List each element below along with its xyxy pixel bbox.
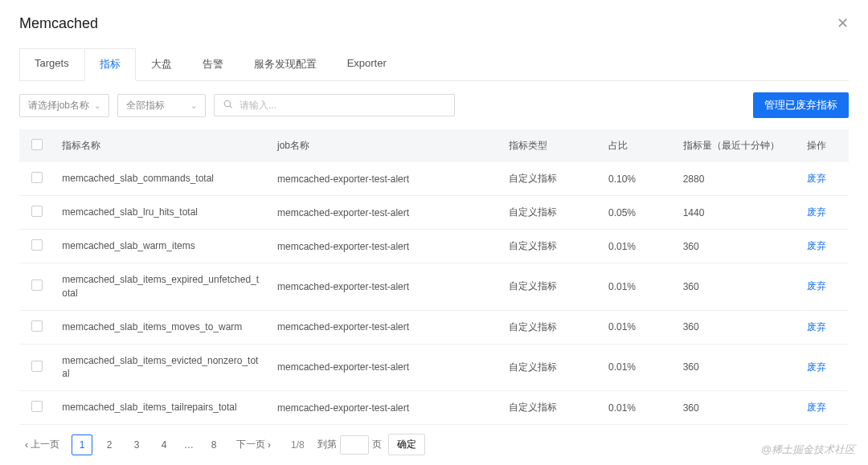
tab-alert[interactable]: 告警 [187,48,239,80]
col-header-action: 操作 [799,129,849,162]
deprecate-link[interactable]: 废弃 [807,321,826,332]
jump-page-input[interactable] [340,435,369,455]
next-page-button[interactable]: 下一页 › [231,434,276,455]
metric-type: 自定义指标 [501,344,600,391]
col-header-type: 指标类型 [501,129,600,162]
job-select-label: 请选择job名称 [28,99,89,112]
job-name: memcached-exporter-test-alert [269,310,501,344]
page-4[interactable]: 4 [154,434,174,455]
page-info: 1/8 [291,439,305,451]
table-row: memcached_slab_commands_total memcached-… [19,162,849,196]
type-select[interactable]: 全部指标 ⌄ [117,94,206,117]
job-name: memcached-exporter-test-alert [269,196,501,230]
metric-amount: 2880 [675,162,799,196]
prev-page-button[interactable]: ‹ 上一页 [19,434,65,455]
metric-type: 自定义指标 [501,162,600,196]
metric-amount: 360 [675,263,799,311]
metric-name: memcached_slab_items_tailrepairs_total [62,401,261,414]
tab-exporter[interactable]: Exporter [332,48,402,80]
chevron-down-icon: ⌄ [94,101,100,110]
job-select[interactable]: 请选择job名称 ⌄ [19,94,109,117]
metric-amount: 360 [675,391,799,425]
row-checkbox[interactable] [31,361,43,372]
deprecate-link[interactable]: 废弃 [807,280,826,292]
metric-name: memcached_slab_items_evicted_nonzero_tot… [62,354,261,381]
metric-name: memcached_slab_commands_total [62,172,261,186]
metric-name: memcached_slab_items_expired_unfetched_t… [62,273,261,300]
chevron-down-icon: ⌄ [190,101,197,110]
table-row: memcached_slab_items_tailrepairs_total m… [19,391,849,425]
search-box[interactable] [214,94,455,116]
jump-label: 到第 [317,438,337,451]
pagination: ‹ 上一页 1 2 3 4 … 8 下一页 › 1/8 到第 页 确定 [19,427,849,455]
deprecate-link[interactable]: 废弃 [807,402,826,413]
job-name: memcached-exporter-test-alert [269,230,501,263]
metric-pct: 0.01% [600,391,675,425]
row-checkbox[interactable] [31,279,43,291]
search-icon [223,99,233,112]
deprecate-link[interactable]: 废弃 [807,240,826,251]
metric-amount: 1440 [675,196,799,230]
select-all-checkbox[interactable] [31,139,43,150]
row-checkbox[interactable] [31,172,43,183]
search-input[interactable] [240,100,446,111]
metric-type: 自定义指标 [501,230,600,263]
metric-name: memcached_slab_warm_items [62,239,261,253]
metric-pct: 0.05% [600,196,675,230]
job-name: memcached-exporter-test-alert [269,263,501,311]
metric-type: 自定义指标 [501,196,600,230]
metric-pct: 0.10% [600,162,675,196]
page-ellipsis: … [181,439,197,451]
job-name: memcached-exporter-test-alert [269,391,501,425]
row-checkbox[interactable] [31,239,43,251]
col-header-pct: 占比 [600,129,675,162]
watermark: @稀土掘金技术社区 [761,443,855,457]
chevron-right-icon: › [268,439,271,451]
row-checkbox[interactable] [31,206,43,217]
table-row: memcached_slab_warm_items memcached-expo… [19,230,849,263]
deprecate-link[interactable]: 废弃 [807,361,826,373]
metric-amount: 360 [675,310,799,344]
col-header-name: 指标名称 [54,129,269,162]
page-8[interactable]: 8 [203,434,224,455]
tab-metrics[interactable]: 指标 [84,48,136,81]
row-checkbox[interactable] [31,320,43,332]
tab-discovery[interactable]: 服务发现配置 [239,48,332,80]
close-icon[interactable]: ✕ [837,14,849,32]
page-title: Memcached [19,15,98,32]
type-select-label: 全部指标 [126,99,165,112]
metric-pct: 0.01% [600,310,675,344]
table-row: memcached_slab_items_moves_to_warm memca… [19,310,849,344]
svg-point-0 [224,100,231,107]
metric-name: memcached_slab_items_moves_to_warm [62,320,261,334]
table-row: memcached_slab_items_evicted_nonzero_tot… [19,344,849,391]
tab-dashboard[interactable]: 大盘 [136,48,187,80]
deprecate-link[interactable]: 废弃 [807,173,826,184]
metric-pct: 0.01% [600,263,675,311]
metric-amount: 360 [675,230,799,263]
deprecate-link[interactable]: 废弃 [807,206,826,218]
chevron-left-icon: ‹ [25,439,28,451]
page-suffix: 页 [372,438,382,451]
metric-type: 自定义指标 [501,310,600,344]
page-3[interactable]: 3 [126,434,147,455]
tab-targets[interactable]: Targets [19,48,84,80]
page-1[interactable]: 1 [72,434,92,455]
page-2[interactable]: 2 [99,434,120,455]
jump-confirm-button[interactable]: 确定 [388,434,425,455]
metric-pct: 0.01% [600,344,675,391]
metric-type: 自定义指标 [501,263,600,311]
row-checkbox[interactable] [31,401,43,412]
metric-name: memcached_slab_lru_hits_total [62,206,261,219]
tabs: Targets 指标 大盘 告警 服务发现配置 Exporter [19,48,849,81]
metric-pct: 0.01% [600,230,675,263]
col-header-amount: 指标量（最近十分钟） [675,129,799,162]
metric-type: 自定义指标 [501,391,600,425]
col-header-job: job名称 [269,129,501,162]
job-name: memcached-exporter-test-alert [269,162,501,196]
metric-amount: 360 [675,344,799,391]
job-name: memcached-exporter-test-alert [269,344,501,391]
table-row: memcached_slab_items_expired_unfetched_t… [19,263,849,311]
manage-deprecated-button[interactable]: 管理已废弃指标 [753,92,849,118]
svg-line-1 [230,106,231,108]
